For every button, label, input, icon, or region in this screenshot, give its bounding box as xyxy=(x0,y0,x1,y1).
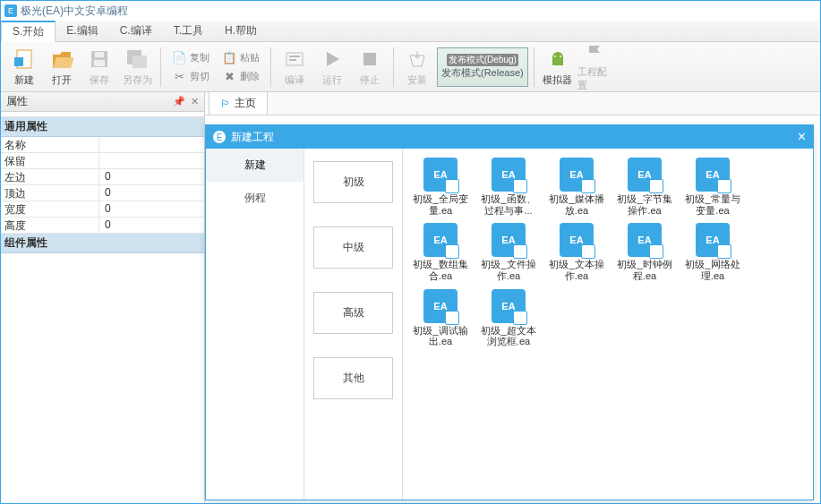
project-item[interactable]: 初级_媒体播放.ea xyxy=(544,158,609,216)
project-icon xyxy=(423,223,458,257)
dialog-icon: E xyxy=(213,131,226,143)
project-icon xyxy=(696,223,730,257)
project-label: 初级_媒体播放.ea xyxy=(544,193,609,216)
prop-row-top[interactable]: 顶边0 xyxy=(1,185,204,201)
install-button[interactable]: 安装 xyxy=(399,44,435,90)
copy-button[interactable]: 📄复制 xyxy=(167,48,215,66)
properties-panel: 属性 📌 ✕ 通用属性 名称 保留 左边0 顶边0 宽度0 高度0 组件属性 xyxy=(1,92,205,503)
prop-row-name[interactable]: 名称 xyxy=(1,137,204,153)
dialog-titlebar[interactable]: E 新建工程 × xyxy=(206,125,813,149)
new-button[interactable]: 新建 xyxy=(6,44,42,90)
save-icon xyxy=(87,47,112,72)
level-intermediate[interactable]: 中级 xyxy=(313,226,393,269)
project-icon xyxy=(423,289,458,323)
tabstrip: 🏳 主页 xyxy=(205,92,820,115)
saveas-button[interactable]: 另存为 xyxy=(119,44,155,90)
properties-title: 属性 xyxy=(6,94,28,109)
android-icon xyxy=(545,47,570,72)
menu-edit[interactable]: E.编辑 xyxy=(56,21,108,41)
close-panel-icon[interactable]: ✕ xyxy=(191,96,199,107)
run-button[interactable]: 运行 xyxy=(314,44,350,90)
project-icon xyxy=(696,158,730,192)
stop-button[interactable]: 停止 xyxy=(352,44,388,90)
project-label: 初级_时钟例程.ea xyxy=(612,259,677,281)
dialog-left-tabs: 新建 例程 xyxy=(206,149,304,500)
titlebar: E 极光(EA)中文安卓编程 xyxy=(1,1,820,21)
project-label: 初级_字节集操作.ea xyxy=(612,193,677,216)
dialog-tab-example[interactable]: 例程 xyxy=(206,182,304,215)
clipboard-group-2: 📋粘贴 ✖删除 xyxy=(217,48,265,85)
dialog-close-button[interactable]: × xyxy=(798,129,806,145)
project-label: 初级_调试输出.ea xyxy=(408,325,473,347)
prop-row-width[interactable]: 宽度0 xyxy=(1,201,204,218)
prop-category-component[interactable]: 组件属性 xyxy=(1,234,204,253)
level-other[interactable]: 其他 xyxy=(313,357,393,399)
dialog-title-text: 新建工程 xyxy=(231,130,274,145)
level-beginner[interactable]: 初级 xyxy=(313,161,393,203)
prop-row-left[interactable]: 左边0 xyxy=(1,169,204,185)
compile-button[interactable]: 编译 xyxy=(277,44,312,90)
cut-button[interactable]: ✂剪切 xyxy=(167,67,215,85)
dialog-body: 新建 例程 初级 中级 高级 其他 初级_全局变量.ea初级_函数、过程与事..… xyxy=(206,149,813,500)
menu-compile[interactable]: C.编译 xyxy=(109,21,163,41)
project-icon xyxy=(492,158,526,192)
paste-icon: 📋 xyxy=(222,50,236,64)
delete-icon: ✖ xyxy=(222,69,236,83)
body-area: 属性 📌 ✕ 通用属性 名称 保留 左边0 顶边0 宽度0 高度0 组件属性 🏳… xyxy=(1,92,820,503)
project-item[interactable]: 初级_文本操作.ea xyxy=(544,223,609,281)
project-item[interactable]: 初级_全局变量.ea xyxy=(408,158,473,216)
delete-button[interactable]: ✖删除 xyxy=(217,67,265,85)
app-window: E 极光(EA)中文安卓编程 S.开始 E.编辑 C.编译 T.工具 H.帮助 … xyxy=(0,0,821,504)
copy-icon: 📄 xyxy=(172,50,186,64)
toolbar-sep-3 xyxy=(393,47,394,87)
svg-rect-9 xyxy=(289,59,296,61)
svg-point-11 xyxy=(554,56,556,57)
emulator-button[interactable]: 模拟器 xyxy=(540,44,576,90)
paste-button[interactable]: 📋粘贴 xyxy=(217,48,265,66)
toolbar-sep-2 xyxy=(270,47,271,87)
app-title: 极光(EA)中文安卓编程 xyxy=(21,4,128,19)
project-label: 初级_文件操作.ea xyxy=(476,259,541,281)
project-item[interactable]: 初级_常量与变量.ea xyxy=(680,158,745,216)
project-item[interactable]: 初级_超文本浏览框.ea xyxy=(476,289,541,347)
release-mode-button[interactable]: 发布模式(Debug) 发布模式(Release) xyxy=(437,47,528,87)
new-icon xyxy=(12,47,37,72)
project-label: 初级_文本操作.ea xyxy=(544,259,609,281)
prop-category-general[interactable]: 通用属性 xyxy=(1,117,204,137)
project-item[interactable]: 初级_数组集合.ea xyxy=(408,223,473,281)
project-icon xyxy=(492,223,526,257)
projcfg-button[interactable]: 工程配置 xyxy=(577,44,613,90)
dialog-tab-new[interactable]: 新建 xyxy=(206,149,304,182)
prop-row-height[interactable]: 高度0 xyxy=(1,218,204,234)
project-label: 初级_全局变量.ea xyxy=(408,193,473,216)
content-area: E 新建工程 × 新建 例程 初级 中级 高级 xyxy=(205,115,820,503)
saveas-icon xyxy=(124,47,150,72)
menu-start[interactable]: S.开始 xyxy=(1,21,56,42)
project-item[interactable]: 初级_函数、过程与事... xyxy=(476,158,541,216)
pin-icon[interactable]: 📌 xyxy=(173,96,185,107)
svg-point-12 xyxy=(560,56,561,57)
run-icon xyxy=(320,47,345,72)
project-icon xyxy=(423,158,458,192)
menu-tools[interactable]: T.工具 xyxy=(163,21,214,41)
flag-icon: 🏳 xyxy=(220,98,231,110)
clipboard-group: 📄复制 ✂剪切 xyxy=(167,48,215,85)
save-button[interactable]: 保存 xyxy=(81,44,117,90)
app-icon: E xyxy=(4,4,17,17)
install-icon xyxy=(405,47,430,72)
level-advanced[interactable]: 高级 xyxy=(313,292,393,334)
project-label: 初级_网络处理.ea xyxy=(680,259,745,281)
project-item[interactable]: 初级_时钟例程.ea xyxy=(612,223,677,281)
tab-main[interactable]: 🏳 主页 xyxy=(209,91,268,115)
project-item[interactable]: 初级_网络处理.ea xyxy=(680,223,745,281)
open-button[interactable]: 打开 xyxy=(44,44,80,90)
project-item[interactable]: 初级_调试输出.ea xyxy=(408,289,473,347)
project-icon xyxy=(492,289,526,323)
flag-icon xyxy=(583,42,608,64)
project-item[interactable]: 初级_文件操作.ea xyxy=(476,223,541,281)
menu-help[interactable]: H.帮助 xyxy=(214,21,268,41)
project-label: 初级_函数、过程与事... xyxy=(476,193,541,216)
svg-rect-3 xyxy=(95,52,104,57)
project-item[interactable]: 初级_字节集操作.ea xyxy=(612,158,677,216)
prop-row-reserved[interactable]: 保留 xyxy=(1,153,204,169)
